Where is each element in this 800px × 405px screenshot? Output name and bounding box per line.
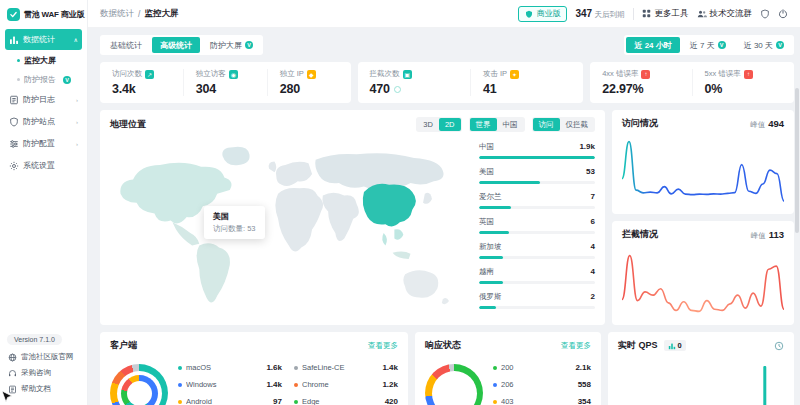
world-map[interactable]: 美国访问数量: 53 bbox=[108, 140, 466, 319]
grid-icon bbox=[642, 9, 652, 18]
log-icon bbox=[9, 95, 19, 105]
qps-bar-chart bbox=[618, 356, 784, 405]
toggle-dimension-2D[interactable]: 2D bbox=[439, 118, 461, 131]
toggle-group-mode: 访问仅拦截 bbox=[532, 117, 596, 132]
history-clock-icon[interactable] bbox=[774, 341, 784, 351]
country-row: 新加坡4 bbox=[479, 242, 595, 259]
status-item-206: 206558 bbox=[493, 376, 591, 393]
stat-visits: 访问次数↗3.4k bbox=[100, 69, 183, 96]
clients-card: 客户端 查看更多 macOS1.6kWindows1.4kAndroid97Li… bbox=[100, 332, 408, 405]
more-tools-button[interactable]: 更多工具 bbox=[642, 8, 689, 20]
tab-advanced-stats[interactable]: 高级统计 bbox=[152, 37, 200, 53]
attack-ip-icon: ✦ bbox=[510, 70, 519, 79]
toggle-group-dimension: 3D2D bbox=[416, 117, 461, 132]
purchase-link[interactable]: 采购咨询 bbox=[7, 365, 80, 381]
status-title: 响应状态 bbox=[425, 339, 461, 352]
tab-protect-screen[interactable]: 防护大屏V bbox=[202, 37, 261, 53]
breadcrumb-separator: / bbox=[138, 9, 140, 19]
expiry-info: 347 天后到期 bbox=[575, 8, 624, 20]
map-tooltip: 美国访问数量: 53 bbox=[204, 206, 265, 239]
client-item-macOS: macOS1.6k bbox=[178, 359, 282, 376]
config-icon bbox=[9, 139, 19, 149]
app-logo: 雷池 WAF 商业版 bbox=[0, 0, 87, 27]
topbar: 数据统计 / 监控大屏 商业版 347 天后到期 更多工具 技术交流群 bbox=[88, 0, 800, 28]
tab-7d[interactable]: 近 7 天V bbox=[682, 37, 734, 53]
country-row: 英国6 bbox=[479, 217, 595, 234]
toggle-scope-中国[interactable]: 中国 bbox=[497, 118, 524, 131]
headset-icon bbox=[7, 369, 17, 378]
chart-icon bbox=[9, 35, 19, 45]
china-region bbox=[363, 184, 416, 227]
sidebar-item-data-stats[interactable]: 数据统计∧ bbox=[5, 29, 82, 50]
breadcrumb-parent[interactable]: 数据统计 bbox=[100, 8, 134, 20]
stats-card: 访问次数↗3.4k独立访客◉304独立 IP◆280 bbox=[100, 62, 351, 103]
vip-badge: V bbox=[718, 41, 726, 49]
help-docs-link[interactable]: 帮助文档 bbox=[7, 381, 80, 397]
sidebar-item-protect-report[interactable]: 防护报告V bbox=[5, 70, 82, 89]
stat-attack-ip: 攻击 IP✦41 bbox=[470, 69, 583, 96]
geo-card: 地理位置 3D2D世界中国访问仅拦截 bbox=[100, 110, 605, 325]
stat-unique-visitors: 独立访客◉304 bbox=[183, 69, 267, 96]
client-item-Edge: Edge420 bbox=[294, 393, 398, 405]
diamond-icon bbox=[525, 10, 533, 18]
chevron-icon: › bbox=[76, 97, 78, 103]
logout-icon[interactable] bbox=[778, 9, 788, 19]
dot-icon bbox=[178, 400, 182, 404]
divider bbox=[633, 8, 634, 20]
dot-icon bbox=[17, 78, 20, 81]
dot-icon bbox=[178, 366, 182, 370]
blocks-icon: ▣ bbox=[403, 70, 412, 79]
err-5xx-icon: ↑ bbox=[744, 70, 753, 79]
stat-unique-ip: 独立 IP◆280 bbox=[267, 69, 351, 96]
status-more-link[interactable]: 查看更多 bbox=[561, 341, 591, 351]
sidebar-item-system-settings[interactable]: 系统设置 bbox=[5, 155, 82, 176]
stat-err-5xx: 5xx 错误率↑0% bbox=[692, 69, 794, 96]
people-icon bbox=[697, 9, 707, 19]
visits-peak: 峰值494 bbox=[750, 118, 784, 130]
dot-icon bbox=[493, 400, 497, 404]
sidebar-item-protect-sites[interactable]: 防护站点› bbox=[5, 111, 82, 132]
tech-group-button[interactable]: 技术交流群 bbox=[697, 8, 753, 20]
sidebar-item-protect-config[interactable]: 防护配置› bbox=[5, 133, 82, 154]
clients-list: macOS1.6kWindows1.4kAndroid97Linux78Safe… bbox=[178, 359, 398, 405]
clients-more-link[interactable]: 查看更多 bbox=[368, 341, 398, 351]
world-map-svg bbox=[108, 140, 466, 319]
dot-icon bbox=[493, 366, 497, 370]
vip-badge: V bbox=[776, 41, 784, 49]
stats-tabs: 基础统计高级统计防护大屏V bbox=[100, 35, 263, 55]
client-item-Android: Android97 bbox=[178, 393, 282, 405]
toggle-dimension-3D[interactable]: 3D bbox=[417, 118, 439, 131]
sidebar: 雷池 WAF 商业版 数据统计∧监控大屏防护报告V防护日志›防护站点›防护配置›… bbox=[0, 0, 88, 405]
toggle-scope-世界[interactable]: 世界 bbox=[470, 118, 497, 131]
unique-visitors-icon: ◉ bbox=[229, 70, 238, 79]
tab-24h[interactable]: 近 24 小时 bbox=[626, 37, 679, 53]
edition-badge[interactable]: 商业版 bbox=[518, 6, 567, 22]
tab-30d[interactable]: 近 30 天V bbox=[736, 37, 792, 53]
main-area: 数据统计 / 监控大屏 商业版 347 天后到期 更多工具 技术交流群 bbox=[88, 0, 800, 405]
tab-basic-stats[interactable]: 基础统计 bbox=[102, 37, 150, 53]
site-icon bbox=[9, 117, 19, 127]
sidebar-item-monitor-screen[interactable]: 监控大屏 bbox=[5, 51, 82, 70]
toggle-mode-访问[interactable]: 访问 bbox=[533, 118, 560, 131]
stat-err-4xx: 4xx 错误率↑22.97% bbox=[590, 69, 691, 96]
stats-row: 访问次数↗3.4k独立访客◉304独立 IP◆280拦截次数▣470攻击 IP✦… bbox=[100, 62, 794, 103]
chevron-icon: ∧ bbox=[74, 36, 78, 43]
gear-icon bbox=[9, 161, 19, 171]
country-ranking: 中国1.9k美国53爱尔兰7英国6新加坡4越南4俄罗斯2 bbox=[479, 142, 595, 317]
status-item-200: 2002.1k bbox=[493, 359, 591, 376]
country-row: 俄罗斯2 bbox=[479, 292, 595, 309]
client-item-Chrome: Chrome1.2k bbox=[294, 376, 398, 393]
dot-icon bbox=[178, 383, 182, 387]
dot-icon bbox=[294, 400, 298, 404]
scrollbar-thumb[interactable] bbox=[795, 88, 799, 233]
status-card: 响应状态 查看更多 2002.1k206558403354404302 bbox=[415, 332, 601, 405]
toggle-mode-仅拦截[interactable]: 仅拦截 bbox=[560, 118, 595, 131]
community-site-link[interactable]: 雷池社区版官网 bbox=[7, 349, 80, 365]
client-item-Windows: Windows1.4k bbox=[178, 376, 282, 393]
safeline-logo-icon bbox=[7, 8, 20, 21]
country-row: 爱尔兰7 bbox=[479, 192, 595, 209]
sidebar-item-protect-logs[interactable]: 防护日志› bbox=[5, 89, 82, 110]
shield-icon[interactable] bbox=[760, 9, 770, 19]
toggle-group-scope: 世界中国 bbox=[469, 117, 525, 132]
vip-badge: V bbox=[245, 41, 253, 49]
